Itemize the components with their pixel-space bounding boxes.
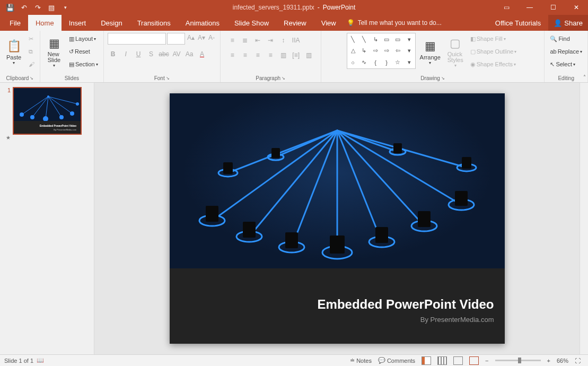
copy-button[interactable]: ⧉ (27, 46, 37, 57)
convert-smartart-button[interactable]: ▥ (303, 50, 314, 60)
zoom-level[interactable]: 66% (554, 355, 572, 367)
shape-effects-button[interactable]: ◉Shape Effects▾ (468, 58, 519, 70)
text-direction-button[interactable]: IIA (291, 35, 301, 46)
align-right-button[interactable]: ≡ (252, 50, 263, 60)
clear-formatting-icon[interactable]: A◦ (207, 33, 216, 45)
start-from-beginning-icon[interactable]: ▧ (46, 2, 57, 13)
paste-button[interactable]: 📋 Paste ▾ (3, 33, 24, 71)
columns-button[interactable]: ▥ (278, 50, 288, 60)
tab-slideshow[interactable]: Slide Show (227, 15, 276, 31)
shape-line-icon[interactable]: ╲ (348, 34, 358, 45)
bold-button[interactable]: B (108, 49, 118, 59)
section-button[interactable]: ▤Section▾ (67, 58, 100, 70)
format-painter-button[interactable]: 🖌 (27, 58, 37, 70)
slide-sorter-view-icon[interactable] (434, 355, 450, 367)
office-tutorials[interactable]: Office Tutorials (488, 15, 548, 31)
slideshow-view-icon[interactable] (466, 355, 482, 367)
vertical-scrollbar[interactable] (580, 83, 588, 354)
cut-button[interactable]: ✂ (27, 33, 37, 45)
shape-star-icon[interactable]: ☆ (393, 57, 402, 67)
font-color-button[interactable]: A (197, 49, 207, 59)
shape-line-icon[interactable]: ╲ (359, 34, 369, 45)
decrease-font-icon[interactable]: A▾ (197, 33, 206, 45)
shape-oval-icon[interactable]: ○ (348, 57, 358, 67)
tab-review[interactable]: Review (276, 15, 314, 31)
comments-button[interactable]: 💬 Comments (375, 355, 418, 367)
notes-button[interactable]: ≐ Notes (347, 355, 375, 367)
tell-me-search[interactable]: 💡 Tell me what you want to do... (347, 19, 442, 27)
zoom-out-button[interactable]: − (482, 355, 492, 367)
qat-customize-icon[interactable]: ▾ (59, 2, 71, 13)
shape-rect-icon[interactable]: ▭ (382, 34, 391, 45)
underline-button[interactable]: U (133, 49, 144, 59)
slide-title[interactable]: Embedded PowerPoint Video (318, 297, 494, 312)
tab-animations[interactable]: Animations (178, 15, 227, 31)
zoom-slider[interactable] (495, 360, 541, 361)
layout-button[interactable]: ▥Layout▾ (67, 33, 100, 45)
shape-curve-icon[interactable]: ∿ (359, 57, 369, 67)
animation-star-icon[interactable]: ★ (3, 135, 11, 141)
normal-view-icon[interactable] (418, 355, 434, 367)
shape-connector-icon[interactable]: ↳ (359, 46, 369, 56)
italic-button[interactable]: I (120, 49, 131, 59)
quick-styles-button[interactable]: ▢ Quick Styles▾ (445, 33, 466, 71)
numbering-button[interactable]: ≣ (240, 35, 250, 46)
shape-connector-icon[interactable]: ↳ (371, 34, 380, 45)
align-center-button[interactable]: ≡ (240, 50, 250, 60)
tab-file[interactable]: File (2, 15, 28, 31)
slide-count[interactable]: Slide 1 of 1 (4, 358, 33, 364)
shadow-button[interactable]: S (146, 49, 156, 59)
fit-to-window-icon[interactable]: ⛶ (572, 355, 584, 367)
redo-icon[interactable]: ↷ (32, 2, 43, 13)
maximize-button[interactable]: ☐ (541, 0, 565, 15)
find-button[interactable]: 🔍Find (548, 33, 584, 45)
font-size-input[interactable] (167, 33, 185, 45)
undo-icon[interactable]: ↶ (18, 2, 30, 13)
char-spacing-button[interactable]: AV (171, 49, 182, 59)
spell-check-icon[interactable]: 📖 (33, 355, 47, 367)
shape-brace-icon[interactable]: { (371, 57, 380, 67)
increase-indent-button[interactable]: ⇥ (265, 35, 276, 46)
dialog-launcher-icon[interactable]: ↘ (282, 76, 285, 81)
align-text-button[interactable]: [≡] (291, 50, 301, 60)
minimize-button[interactable]: ― (518, 0, 541, 15)
tab-insert[interactable]: Insert (62, 15, 94, 31)
slide-subtitle[interactable]: By PresenterMedia.com (420, 316, 494, 324)
shape-rect-icon[interactable]: ▭ (393, 34, 402, 45)
shape-arrow-icon[interactable]: ⇦ (393, 46, 402, 56)
share-button[interactable]: 👤 Share (548, 15, 588, 31)
shapes-gallery[interactable]: ╲╲↳▭▭▾ △↳⇨⇨⇦▾ ○∿{}☆▾ (347, 33, 416, 69)
tab-view[interactable]: View (314, 15, 344, 31)
dialog-launcher-icon[interactable]: ↘ (441, 76, 445, 81)
save-icon[interactable]: 💾 (4, 2, 16, 13)
bullets-button[interactable]: ≡ (227, 35, 238, 46)
slide-thumbnails-panel[interactable]: 1 Embedded PowerPoint Video By Presenter… (0, 83, 94, 354)
shape-triangle-icon[interactable]: △ (348, 46, 358, 56)
justify-button[interactable]: ≡ (265, 50, 276, 60)
reset-button[interactable]: ↺Reset (67, 46, 100, 57)
tab-design[interactable]: Design (93, 15, 129, 31)
strikethrough-button[interactable]: abc (159, 49, 169, 59)
close-button[interactable]: ✕ (565, 0, 588, 15)
slide-editor[interactable]: Embedded PowerPoint Video By PresenterMe… (94, 83, 580, 354)
tab-transitions[interactable]: Transitions (130, 15, 178, 31)
font-family-input[interactable] (108, 33, 166, 45)
ribbon-display-options-icon[interactable]: ▭ (495, 0, 518, 15)
line-spacing-button[interactable]: ↕ (278, 35, 288, 46)
zoom-in-button[interactable]: + (544, 355, 554, 367)
shape-more-icon[interactable]: ▾ (404, 57, 414, 67)
shape-outline-button[interactable]: ▢Shape Outline▾ (468, 46, 519, 57)
change-case-button[interactable]: Aa (184, 49, 195, 59)
tab-home[interactable]: Home (28, 15, 62, 31)
select-button[interactable]: ↖Select▾ (548, 58, 584, 70)
new-slide-button[interactable]: ▦ New Slide ▾ (43, 33, 65, 71)
shape-brace-icon[interactable]: } (382, 57, 391, 67)
dialog-launcher-icon[interactable]: ↘ (166, 76, 170, 81)
arrange-button[interactable]: ▦ Arrange▾ (418, 33, 443, 71)
slide-canvas[interactable]: Embedded PowerPoint Video By PresenterMe… (170, 93, 505, 344)
reading-view-icon[interactable] (450, 355, 466, 367)
shape-fill-button[interactable]: ◧Shape Fill▾ (468, 33, 519, 45)
align-left-button[interactable]: ≡ (227, 50, 238, 60)
slide-thumbnail-1[interactable]: Embedded PowerPoint Video By PresenterMe… (13, 87, 82, 135)
shape-arrow-icon[interactable]: ⇨ (371, 46, 380, 56)
